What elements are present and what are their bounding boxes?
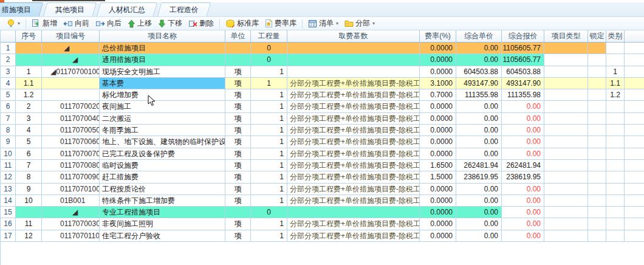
cell-extra[interactable] bbox=[625, 207, 644, 218]
cell-basis[interactable]: 分部分项工程费+单价措施项目费-除税工程设备 bbox=[287, 171, 420, 183]
cell-total_price[interactable]: 0.00 bbox=[502, 148, 544, 160]
cell-basis[interactable]: 分部分项工程费+单价措施项目费-除税工程设备 bbox=[287, 101, 420, 112]
cell-unit[interactable]: 项 bbox=[225, 89, 251, 101]
cell-seq[interactable] bbox=[16, 43, 42, 54]
cell-unit_price[interactable]: 238619.95 bbox=[456, 171, 502, 183]
cell-qty[interactable]: 1 bbox=[251, 184, 287, 195]
cell-unit_price[interactable]: 0.00 bbox=[456, 43, 502, 54]
cell-type[interactable] bbox=[544, 184, 588, 195]
cell-qty[interactable]: 1 bbox=[251, 195, 287, 207]
cell-qty[interactable]: 1 bbox=[251, 171, 287, 183]
cell-extra[interactable] bbox=[625, 101, 644, 112]
cell-unit_price[interactable]: 0.00 bbox=[456, 230, 502, 242]
cell-lock[interactable] bbox=[588, 78, 606, 89]
cell-code[interactable]: 011707003001 bbox=[42, 218, 100, 230]
删除-button[interactable]: 删除 bbox=[185, 18, 217, 29]
cell-total_price[interactable]: 604503.88 bbox=[502, 66, 544, 78]
cell-total_price[interactable]: 0.00 bbox=[502, 113, 544, 125]
cell-basis[interactable]: 分部分项工程费+单价措施项目费-除税工程设备 bbox=[287, 78, 420, 89]
cell-type[interactable] bbox=[544, 207, 588, 218]
cell-extra[interactable] bbox=[625, 78, 644, 89]
cell-qty[interactable]: 1 bbox=[251, 218, 287, 230]
cell-cat[interactable] bbox=[606, 54, 625, 66]
cell-rate[interactable]: 0.0000 bbox=[420, 184, 456, 195]
cell-unit_price[interactable]: 0.00 bbox=[456, 54, 502, 66]
cell-code[interactable]: ◢ bbox=[42, 43, 100, 54]
cell-cat[interactable] bbox=[606, 230, 625, 242]
cell-qty[interactable]: 1 bbox=[251, 101, 287, 112]
cell-extra[interactable] bbox=[625, 54, 644, 66]
active-cell-name[interactable]: 基本费 bbox=[100, 78, 225, 89]
cell-cat[interactable] bbox=[606, 195, 625, 207]
cell-code[interactable] bbox=[42, 78, 100, 89]
cell-basis[interactable]: 分部分项工程费+单价措施项目费-除税工程设备 bbox=[287, 113, 420, 125]
cell-seq[interactable]: 10 bbox=[16, 195, 42, 207]
cell-extra[interactable] bbox=[625, 148, 644, 160]
cell-cat[interactable]: 1.1 bbox=[606, 78, 625, 89]
cell-seq[interactable] bbox=[16, 207, 42, 218]
cell-unit_price[interactable]: 0.00 bbox=[456, 184, 502, 195]
cell-basis[interactable]: 分部分项工程费+单价措施项目费-除税工程设备 bbox=[287, 125, 420, 136]
cell-unit[interactable]: 项 bbox=[225, 195, 251, 207]
cell-basis[interactable]: 分部分项工程费+单价措施项目费-除税工程设备 bbox=[287, 89, 420, 101]
cell-unit[interactable]: 项 bbox=[225, 113, 251, 125]
cell-unit[interactable]: 项 bbox=[225, 171, 251, 183]
cell-lock[interactable] bbox=[588, 171, 606, 183]
cell-qty[interactable]: 1 bbox=[251, 78, 287, 89]
cell-seq[interactable]: 9 bbox=[16, 184, 42, 195]
下移-button[interactable]: 下移 bbox=[155, 18, 185, 29]
cell-total_price[interactable]: 0.00 bbox=[502, 184, 544, 195]
cell-code[interactable]: 011707006001 bbox=[42, 136, 100, 148]
cell-unit_price[interactable]: 0.00 bbox=[456, 218, 502, 230]
cell-lock[interactable] bbox=[588, 218, 606, 230]
cell-extra[interactable] bbox=[625, 160, 644, 171]
cell-cat[interactable]: 1.2 bbox=[606, 89, 625, 101]
费率库-button[interactable]: 费率库 bbox=[262, 18, 300, 29]
cell-lock[interactable] bbox=[588, 66, 606, 78]
cell-total_price[interactable]: 0.00 bbox=[502, 218, 544, 230]
cell-name[interactable]: 总价措施项目 bbox=[100, 43, 225, 54]
cell-lock[interactable] bbox=[588, 43, 606, 54]
cell-name[interactable]: 地上、地下设施、建筑物的临时保护设施 bbox=[100, 136, 225, 148]
cell-unit_price[interactable]: 0.00 bbox=[456, 113, 502, 125]
cell-type[interactable] bbox=[544, 113, 588, 125]
cell-name[interactable]: 赶工措施费 bbox=[100, 171, 225, 183]
cell-cat[interactable] bbox=[606, 43, 625, 54]
cell-qty[interactable]: 0 bbox=[251, 43, 287, 54]
cell-cat[interactable] bbox=[606, 136, 625, 148]
cell-unit_price[interactable]: 0.00 bbox=[456, 207, 502, 218]
cell-unit[interactable] bbox=[225, 207, 251, 218]
cell-name[interactable]: 现场安全文明施工 bbox=[100, 66, 225, 78]
cell-rate[interactable]: 0.0000 bbox=[420, 207, 456, 218]
cell-seq[interactable]: 11 bbox=[16, 218, 42, 230]
cell-unit[interactable]: 项 bbox=[225, 218, 251, 230]
cell-qty[interactable]: 1 bbox=[251, 148, 287, 160]
cell-code[interactable]: 011707011001 bbox=[42, 230, 100, 242]
cell-total_price[interactable]: 0.00 bbox=[502, 230, 544, 242]
cell-lock[interactable] bbox=[588, 230, 606, 242]
cell-extra[interactable] bbox=[625, 125, 644, 136]
cell-total_price[interactable]: 493147.90 bbox=[502, 78, 544, 89]
cell-seq[interactable]: 3 bbox=[16, 113, 42, 125]
cell-code[interactable]: ◢ bbox=[42, 207, 100, 218]
cell-extra[interactable] bbox=[625, 89, 644, 101]
cell-seq[interactable]: 5 bbox=[16, 136, 42, 148]
cell-cat[interactable] bbox=[606, 101, 625, 112]
分部-button[interactable]: 分部▾ bbox=[341, 18, 378, 29]
cell-extra[interactable] bbox=[625, 113, 644, 125]
cell-type[interactable] bbox=[544, 78, 588, 89]
cell-unit[interactable]: 项 bbox=[225, 184, 251, 195]
cell-rate[interactable]: 0.0000 bbox=[420, 230, 456, 242]
cell-basis[interactable] bbox=[287, 207, 420, 218]
cell-qty[interactable]: 0 bbox=[251, 54, 287, 66]
cell-cat[interactable]: 1 bbox=[606, 66, 625, 78]
cell-unit_price[interactable]: 0.00 bbox=[456, 195, 502, 207]
tab-other-items[interactable]: 其他项目 bbox=[43, 2, 97, 16]
cell-unit_price[interactable]: 0.00 bbox=[456, 136, 502, 148]
cell-qty[interactable]: 1 bbox=[251, 113, 287, 125]
cell-code[interactable]: 011707002001 bbox=[42, 101, 100, 112]
cell-extra[interactable] bbox=[625, 195, 644, 207]
cell-basis[interactable]: 分部分项工程费+单价措施项目费-除税工程设备 bbox=[287, 184, 420, 195]
cell-lock[interactable] bbox=[588, 89, 606, 101]
cell-extra[interactable] bbox=[625, 136, 644, 148]
